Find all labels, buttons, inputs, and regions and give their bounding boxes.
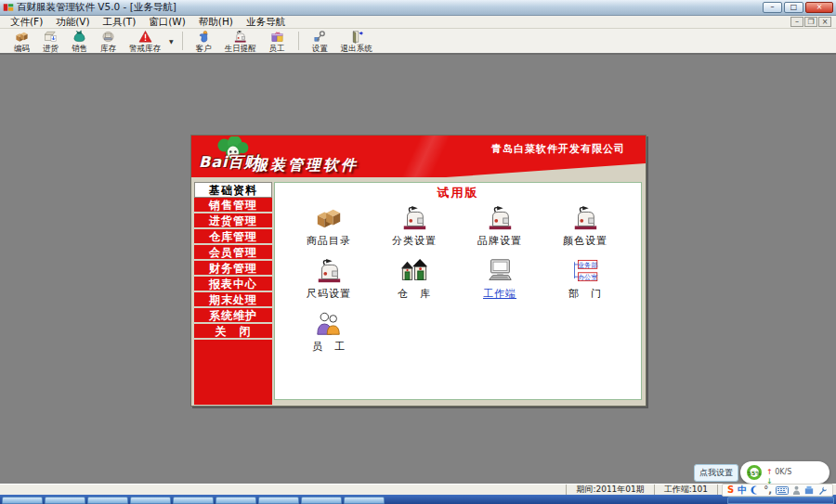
mdi-minimize-button[interactable]: – <box>790 17 803 27</box>
category-sidebar: 基础资料 销售管理进货管理仓库管理会员管理财务管理报表中心期末处理系统维护关 闭 <box>194 182 272 405</box>
toolbar-button-settings[interactable]: 设置 <box>306 29 334 53</box>
warehouse-icon <box>400 254 428 285</box>
fullwidth-moon-icon[interactable] <box>751 485 760 495</box>
menu-item-2[interactable]: 工具(T) <box>97 16 143 28</box>
network-speed: ↑ 0K/S ↓ <box>766 468 791 484</box>
toolbar-button-machine[interactable]: 生日提醒 <box>218 29 263 53</box>
machine-icon <box>400 201 428 232</box>
machine-icon <box>486 201 514 232</box>
upload-arrow-icon: ↑ <box>766 468 773 476</box>
menu-item-4[interactable]: 帮助(H) <box>192 16 240 28</box>
taskbar-button-5[interactable] <box>216 497 256 504</box>
toolbar-separator <box>298 32 299 50</box>
mdi-restore-button[interactable]: ❐ <box>804 17 817 27</box>
icon-grid: 商品目录分类设置品牌设置颜色设置尺码设置仓 库工作端业务部办公室部 门员 工 <box>286 199 628 357</box>
toolbar-button-moneybag[interactable]: 销售 <box>65 29 94 53</box>
sidebar-item-4[interactable]: 财务管理 <box>194 261 272 277</box>
sidebar-item-1[interactable]: 进货管理 <box>194 213 272 229</box>
shortcut-machine[interactable]: 品牌设置 <box>457 199 542 252</box>
minimize-button[interactable]: – <box>763 2 782 13</box>
sidebar-item-5[interactable]: 报表中心 <box>194 277 272 292</box>
warning-icon <box>138 30 152 44</box>
shortcut-label: 员 工 <box>312 340 346 354</box>
period-indicator: 期间:2011年01期 <box>566 485 653 495</box>
company-name: 青岛白菜软件开发有限公司 <box>491 142 625 156</box>
toolbar-label: 进货 <box>43 45 59 53</box>
taskbar-tray <box>727 497 834 504</box>
taskbar-button-2[interactable] <box>87 497 128 504</box>
upload-speed: 0K/S <box>775 468 791 476</box>
taskbar-button-8[interactable] <box>344 497 385 504</box>
settings-icon <box>313 30 327 44</box>
toolbar-label: 库存 <box>100 45 116 53</box>
sidebar-item-active[interactable]: 基础资料 <box>194 182 272 198</box>
boxes-icon <box>315 201 343 232</box>
voice-input-icon[interactable] <box>792 485 801 496</box>
widget-pill[interactable]: 55% ↑ 0K/S ↓ <box>740 461 829 484</box>
soft-keyboard-icon[interactable] <box>776 486 789 495</box>
taskbar-button-4[interactable] <box>173 497 214 504</box>
sidebar-item-0[interactable]: 销售管理 <box>194 198 272 213</box>
close-button[interactable]: × <box>805 2 833 13</box>
shortcut-computer[interactable]: 工作端 <box>457 252 542 304</box>
shortcut-label: 部 门 <box>568 287 602 301</box>
toolbar-label: 员工 <box>269 45 285 53</box>
sogou-logo-icon[interactable]: S <box>727 485 734 496</box>
toolbar-label: 设置 <box>312 45 328 53</box>
svg-text:业务部: 业务部 <box>578 261 597 269</box>
sidebar-item-7[interactable]: 系统维护 <box>194 308 272 324</box>
customer-icon <box>197 30 211 44</box>
taskbar-button-3[interactable] <box>130 497 171 504</box>
menu-item-1[interactable]: 功能(V) <box>49 16 96 28</box>
shortcut-machine[interactable]: 颜色设置 <box>542 199 628 252</box>
toolbar-button-gifts[interactable]: 员工 <box>263 29 292 53</box>
toolbar-button-warning[interactable]: 警戒库存 <box>123 29 167 53</box>
menu-item-3[interactable]: 窗口(W) <box>142 16 192 28</box>
window-title: 百财服装管理软件 V5.0 - [业务导航] <box>17 1 176 14</box>
toolbar-button-inbox[interactable]: 进货 <box>36 29 65 53</box>
shortcut-label: 工作端 <box>483 287 516 301</box>
shortcut-boxes[interactable]: 商品目录 <box>286 199 372 252</box>
panel-app-title: 服装管理软件 <box>253 156 359 175</box>
punctuation-icon[interactable]: °, <box>764 485 772 496</box>
toolbar-button-boxes[interactable]: 编码 <box>7 29 36 53</box>
dropdown-arrow-icon[interactable]: ▼ <box>169 38 174 45</box>
shortcut-people[interactable]: 员 工 <box>286 304 372 357</box>
business-navigation-panel: Bai百财 服装管理软件 青岛白菜软件开发有限公司 基础资料 销售管理进货管理仓… <box>190 135 647 407</box>
statusbar: 期间:2011年01期 工作端:101 <box>0 484 836 495</box>
shortcut-machine[interactable]: 分类设置 <box>372 199 457 252</box>
shortcut-orgchart[interactable]: 业务部办公室部 门 <box>542 252 628 304</box>
mdi-close-button[interactable]: × <box>818 17 831 27</box>
panel-body: 基础资料 销售管理进货管理仓库管理会员管理财务管理报表中心期末处理系统维护关 闭… <box>191 177 646 406</box>
menu-item-5[interactable]: 业务导航 <box>240 16 292 28</box>
toolbar-separator <box>182 32 183 50</box>
sidebar-item-6[interactable]: 期末处理 <box>194 292 272 308</box>
sidebar-item-8[interactable]: 关 闭 <box>194 324 272 340</box>
sidebar-item-2[interactable]: 仓库管理 <box>194 229 272 245</box>
sidebar-item-3[interactable]: 会员管理 <box>194 245 272 261</box>
taskbar-button-6[interactable] <box>258 497 299 504</box>
menu-item-0[interactable]: 文件(F) <box>4 16 49 28</box>
toolbar-button-customer[interactable]: 客户 <box>189 29 218 53</box>
chinese-mode-icon[interactable]: 中 <box>738 485 747 496</box>
widget-tooltip[interactable]: 点我设置 <box>694 464 738 482</box>
toolbar-button-stock[interactable]: 库存 <box>94 29 123 53</box>
maximize-button[interactable]: □ <box>784 2 803 13</box>
skin-icon[interactable] <box>804 485 814 495</box>
toolbar: 编码进货销售库存警戒库存▼客户生日提醒员工设置退出系统 <box>0 29 836 55</box>
taskbar-button-7[interactable] <box>301 497 342 504</box>
exit-icon <box>349 30 363 44</box>
toolbox-wrench-icon[interactable] <box>817 485 828 496</box>
download-arrow-icon: ↓ <box>766 477 773 484</box>
shortcut-label: 尺码设置 <box>307 287 351 301</box>
titlebar: 百财服装管理软件 V5.0 - [业务导航] –□× <box>0 0 836 16</box>
shortcut-machine[interactable]: 尺码设置 <box>286 252 372 304</box>
gifts-icon <box>270 30 284 44</box>
terminal-indicator: 工作端:101 <box>654 485 717 495</box>
toolbar-button-exit[interactable]: 退出系统 <box>334 29 379 53</box>
taskbar-button-1[interactable] <box>45 497 85 504</box>
taskbar-button-0[interactable] <box>2 497 43 504</box>
shortcut-warehouse[interactable]: 仓 库 <box>372 252 457 304</box>
speed-widget[interactable]: 点我设置 55% ↑ 0K/S ↓ <box>694 461 829 484</box>
header-wedge <box>446 163 646 177</box>
